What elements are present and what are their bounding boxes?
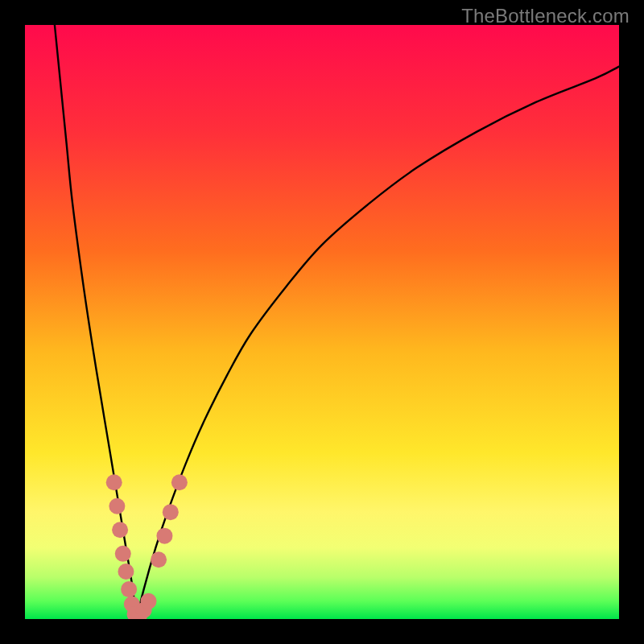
curve-layer [25, 25, 619, 619]
chart-frame: TheBottleneck.com [0, 0, 644, 644]
data-marker [156, 528, 172, 544]
curve-right [137, 67, 619, 619]
data-marker [115, 546, 131, 562]
data-marker [112, 522, 128, 538]
data-marker [106, 474, 122, 490]
data-marker [118, 564, 134, 580]
data-marker [141, 593, 157, 609]
data-marker [151, 551, 167, 568]
data-marker [121, 581, 137, 597]
data-marker [109, 498, 125, 514]
data-marker [163, 504, 179, 520]
plot-area [25, 25, 619, 619]
watermark-text: TheBottleneck.com [461, 5, 630, 27]
data-marker [171, 474, 188, 490]
